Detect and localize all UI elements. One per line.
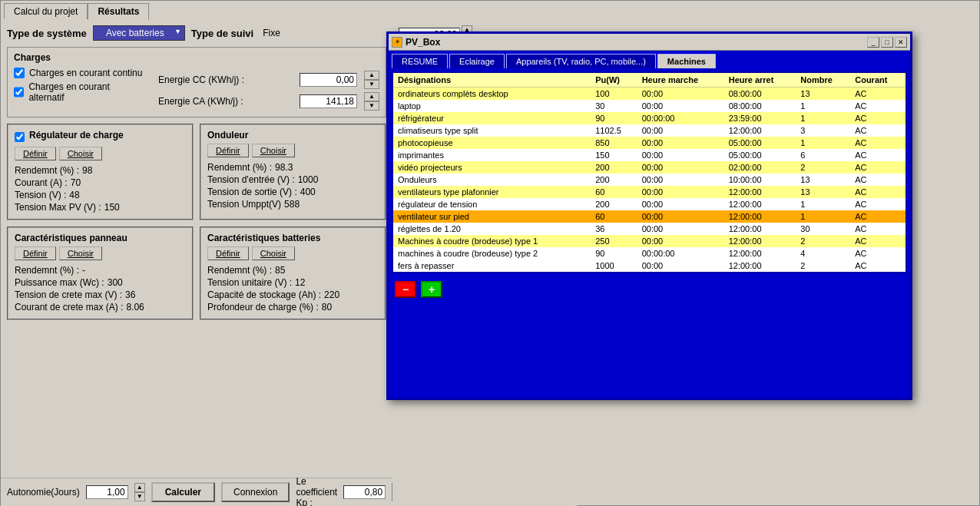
pvbox-maximize-btn[interactable]: □	[881, 37, 893, 48]
energie-cc-up[interactable]: ▲	[364, 71, 379, 80]
cell-nombre: 4	[796, 247, 850, 260]
table-row[interactable]: machines à coudre (brodeuse) type 2 90 0…	[393, 247, 906, 260]
table-row[interactable]: réglettes de 1.20 36 00:00 12:00:00 30 A…	[393, 223, 906, 235]
pvbox-close-btn[interactable]: ✕	[895, 37, 907, 48]
energie-ca-up[interactable]: ▲	[364, 92, 379, 101]
ond-tension-sortie: Tension de sortie (V) : 400	[207, 187, 379, 197]
tab-calcul[interactable]: Calcul du projet	[4, 3, 88, 20]
batterie-choisir-btn[interactable]: Choisir	[252, 246, 295, 260]
onduleur-btns: Définir Choisir	[207, 144, 379, 157]
type-systeme-dropdown[interactable]: Avec batteries	[93, 25, 185, 41]
regulateur-definir-btn[interactable]: Définir	[15, 147, 56, 160]
regulateur-choisir-btn[interactable]: Choisir	[59, 147, 102, 160]
pvbox-tab-machines[interactable]: Machines	[657, 54, 716, 68]
cell-heure-marche: 00:00	[637, 100, 724, 112]
cell-nombre: 2	[796, 161, 850, 174]
autonomie-spinner[interactable]: ▲ ▼	[134, 483, 145, 501]
col-nombre: Nombre	[796, 73, 850, 88]
panneau-btns: Définir Choisir	[15, 246, 186, 260]
onduleur-choisir-btn[interactable]: Choisir	[252, 144, 295, 157]
cell-designation: machines à coudre (brodeuse) type 2	[393, 247, 591, 260]
panneau-choisir-btn[interactable]: Choisir	[59, 246, 102, 260]
regulateur-checkbox[interactable]	[15, 132, 25, 142]
cell-pu: 90	[591, 112, 637, 124]
table-row[interactable]: ventilateurs type plafonnier 60 00:00 12…	[393, 186, 906, 198]
calculer-btn[interactable]: Calculer	[151, 482, 215, 502]
pvbox-tab-appareils[interactable]: Appareils (TV, radio, PC, mobile...)	[506, 54, 656, 68]
cell-designation: réglettes de 1.20	[393, 223, 591, 235]
cell-nombre: 1	[796, 198, 850, 210]
ond-rendement: Rendemnt (%) : 98.3	[207, 162, 379, 173]
cell-courant: AC	[850, 198, 906, 210]
table-row[interactable]: Onduleurs 200 00:00 10:00:00 13 AC	[393, 174, 906, 186]
table-row[interactable]: ventilateur sur pied 60 00:00 12:00:00 1…	[393, 210, 906, 223]
main-window: Calcul du projet Résultats Type de systè…	[0, 0, 980, 506]
type-suivi-label: Type de suivi	[191, 28, 253, 39]
pvbox-remove-btn[interactable]: −	[395, 281, 416, 298]
bat-tension: Tension unitaire (V) : 12	[207, 277, 379, 288]
autonomie-up[interactable]: ▲	[134, 483, 145, 492]
cell-heure-arret: 23:59:00	[724, 112, 796, 124]
cell-heure-arret: 05:00:00	[724, 149, 796, 161]
cell-nombre: 30	[796, 223, 850, 235]
table-row[interactable]: régulateur de tension 200 00:00 12:00:00…	[393, 198, 906, 210]
energie-ca-input[interactable]	[300, 94, 357, 108]
type-systeme-label: Type de système	[7, 28, 87, 39]
energie-cc-row: Energie CC (KWh/j) : ▲ ▼	[158, 71, 379, 89]
cell-pu: 1000	[591, 260, 637, 272]
table-row[interactable]: laptop 30 00:00 08:00:00 1 AC	[393, 100, 906, 112]
pvbox-minimize-btn[interactable]: _	[867, 37, 879, 48]
cell-designation: régulateur de tension	[393, 198, 591, 210]
autonomie-down[interactable]: ▼	[134, 492, 145, 501]
pan-courant-crete: Courant de crete max (A) : 8.06	[15, 302, 186, 313]
cell-heure-marche: 00:00:00	[637, 247, 724, 260]
charge2-row: Charges en courant alternatif	[14, 81, 143, 103]
pan-puissance: Puissance max (Wc) : 300	[15, 277, 186, 288]
regulateur-section: Régulateur de charge Définir Choisir Ren…	[7, 124, 194, 220]
pvbox-add-btn[interactable]: +	[421, 281, 442, 298]
energie-ca-spinner[interactable]: ▲ ▼	[364, 92, 379, 111]
energie-ca-down[interactable]: ▼	[364, 101, 379, 111]
table-row[interactable]: fers à repasser 1000 00:00 12:00:00 2 AC	[393, 260, 906, 272]
cell-courant: AC	[850, 161, 906, 174]
cell-heure-marche: 00:00	[637, 161, 724, 174]
charge2-checkbox[interactable]	[14, 87, 24, 98]
bottom-bar: Autonomie(Jours) ▲ ▼ Calculer Connexion …	[1, 478, 392, 505]
table-row[interactable]: climatiseurs type split 1102.5 00:00 12:…	[393, 124, 906, 137]
table-row[interactable]: ordinateurs complèts desktop 100 00:00 0…	[393, 88, 906, 101]
cell-heure-marche: 00:00	[637, 124, 724, 137]
tab-resultats[interactable]: Résultats	[88, 3, 149, 20]
kp-input[interactable]	[343, 485, 386, 499]
pvbox-tab-eclairage[interactable]: Eclairage	[449, 54, 505, 68]
table-row[interactable]: vidéo projecteurs 200 00:00 02:00:00 2 A…	[393, 161, 906, 174]
autonomie-input[interactable]	[86, 485, 128, 499]
regulateur-title: Régulateur de charge	[29, 130, 124, 141]
cell-heure-marche: 00:00	[637, 223, 724, 235]
cell-pu: 36	[591, 223, 637, 235]
pvbox-table: Désignations Pu(W) Heure marche Heure ar…	[393, 73, 906, 272]
connexion-btn[interactable]: Connexion	[221, 482, 290, 502]
table-row[interactable]: imprimantes 150 00:00 05:00:00 6 AC	[393, 149, 906, 161]
onduleur-section: Onduleur Définir Choisir Rendemnt (%) : …	[200, 124, 386, 220]
panneau-definir-btn[interactable]: Définir	[15, 246, 56, 260]
charge1-checkbox[interactable]	[14, 68, 25, 78]
pvbox-tab-resume[interactable]: RESUME	[392, 54, 448, 68]
cell-heure-arret: 12:00:00	[724, 235, 796, 247]
cell-pu: 200	[591, 198, 637, 210]
cell-heure-arret: 12:00:00	[724, 186, 796, 198]
onduleur-definir-btn[interactable]: Définir	[207, 144, 249, 157]
energie-cc-input[interactable]	[300, 73, 357, 87]
energie-cc-spinner[interactable]: ▲ ▼	[364, 71, 379, 89]
pvbox-table-wrapper: Désignations Pu(W) Heure marche Heure ar…	[392, 71, 907, 273]
batterie-definir-btn[interactable]: Définir	[207, 246, 249, 260]
table-row[interactable]: Machines à coudre (brodeuse) type 1 250 …	[393, 235, 906, 247]
cell-designation: vidéo projecteurs	[393, 161, 591, 174]
cell-heure-arret: 12:00:00	[724, 124, 796, 137]
table-row[interactable]: photocopieuse 850 00:00 05:00:00 1 AC	[393, 137, 906, 149]
table-row[interactable]: réfrigérateur 90 00:00:00 23:59:00 1 AC	[393, 112, 906, 124]
table-header-row: Désignations Pu(W) Heure marche Heure ar…	[393, 73, 906, 88]
energie-cc-down[interactable]: ▼	[364, 80, 379, 89]
cell-courant: AC	[850, 88, 906, 101]
cell-pu: 250	[591, 235, 637, 247]
cell-heure-marche: 00:00	[637, 198, 724, 210]
